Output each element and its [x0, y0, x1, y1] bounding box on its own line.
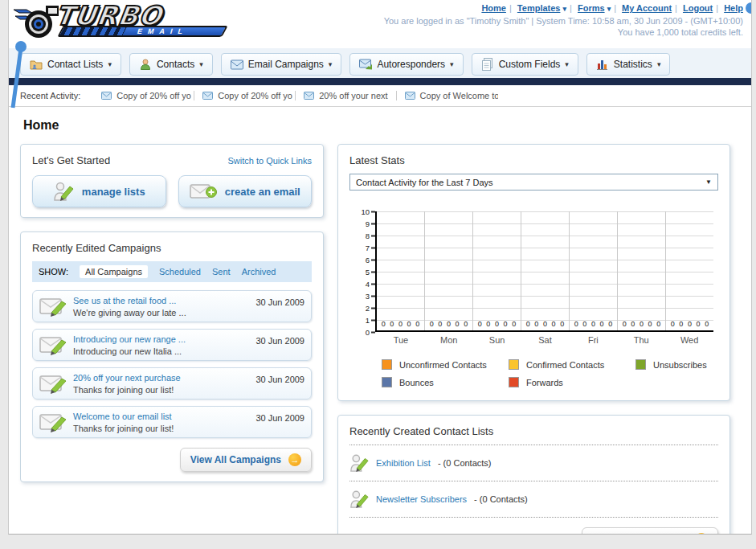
filter-sent[interactable]: Sent [212, 267, 231, 277]
view-all-campaigns-button[interactable]: View All Campaigns [180, 448, 312, 472]
chart-x-tick-label: Thu [617, 335, 665, 345]
contact-list-link[interactable]: Exhibition List [376, 458, 431, 468]
page-title: Home [23, 118, 730, 133]
nav-tab-autoresponders[interactable]: Autoresponders [349, 53, 463, 76]
recent-activity-item[interactable]: Copy of 20% off yo [93, 91, 194, 100]
latest-stats-title: Latest Stats [349, 154, 718, 166]
legend-item: Unsubscribes [635, 359, 713, 370]
filter-archived[interactable]: Archived [242, 267, 276, 277]
person-icon [139, 58, 152, 71]
dotted-divider [349, 517, 718, 518]
dropdown-arrow-icon[interactable] [563, 5, 567, 13]
campaign-row[interactable]: See us at the retail food ... We're givi… [32, 290, 312, 322]
utility-link-templates[interactable]: Templates [517, 3, 561, 13]
utility-link-home[interactable]: Home [481, 3, 506, 13]
logo-email-bar: EMAIL [57, 26, 227, 37]
nav-tab-label: Statistics [614, 59, 652, 70]
blue-pin-decoration [9, 39, 27, 109]
turbo-email-logo[interactable]: TURBO EMAIL [12, 2, 225, 43]
campaign-title-link[interactable]: Welcome to our email list [73, 412, 249, 421]
filter-scheduled[interactable]: Scheduled [159, 267, 201, 277]
navy-divider-bar [9, 78, 751, 85]
chart-day-group: 00000 [666, 211, 713, 330]
recent-activity-item[interactable]: 20% off your next [296, 91, 396, 100]
filter-all-campaigns[interactable]: All Campaigns [80, 265, 148, 278]
campaign-subtitle: We're giving away our late ... [73, 308, 249, 318]
envelope-pencil-icon [39, 411, 67, 433]
envelope-icon [101, 92, 112, 100]
chart-plot: 00000000000000000000000000000000000 [375, 211, 713, 332]
utility-link-help[interactable]: Help [724, 3, 743, 13]
turbocharger-icon [12, 2, 60, 43]
dropdown-arrow-icon [565, 60, 569, 68]
get-started-title: Let's Get Started [32, 154, 110, 166]
campaign-row[interactable]: 20% off your next purchase Thanks for jo… [32, 367, 312, 399]
address-book-icon [30, 58, 43, 71]
envelope-icon [304, 92, 314, 100]
nav-tab-custom-fields[interactable]: Custom Fields [472, 53, 578, 76]
legend-swatch [635, 359, 646, 370]
show-label: SHOW: [39, 267, 68, 277]
legend-item: Forwards [509, 377, 635, 387]
logo-subtitle: EMAIL [137, 27, 190, 35]
switch-quick-links-link[interactable]: Switch to Quick Links [227, 156, 312, 166]
envelope-pencil-icon [39, 295, 67, 318]
stats-range-dropdown[interactable]: Contact Activity for the Last 7 Days [349, 174, 718, 191]
document-icon [481, 58, 494, 71]
contact-list-row[interactable]: Newsletter Subscribers - (0 Contacts) [349, 489, 718, 510]
campaign-date: 30 Jun 2009 [255, 411, 304, 423]
utility-link-logout[interactable]: Logout [683, 3, 713, 13]
campaign-filter-bar: SHOW: All Campaigns Scheduled Sent Archi… [32, 261, 312, 282]
get-started-panel: Let's Get Started Switch to Quick Links [20, 144, 324, 218]
legend-swatch [382, 359, 392, 370]
utility-link-forms[interactable]: Forms [578, 3, 605, 13]
credits-info: You have 1,000 total credits left. [384, 27, 743, 37]
nav-tab-email-campaigns[interactable]: Email Campaigns [221, 53, 342, 76]
legend-item: Unconfirmed Contacts [382, 359, 509, 370]
dropdown-arrow-icon[interactable] [607, 5, 611, 13]
legend-swatch [509, 359, 519, 370]
campaign-title-link[interactable]: See us at the retail food ... [73, 296, 249, 305]
nav-tab-contact-lists[interactable]: Contact Lists [20, 53, 121, 76]
chart-day-group: 00000 [377, 211, 425, 330]
legend-swatch [382, 377, 392, 387]
chart-day-group: 00000 [570, 211, 618, 330]
envelope-icon [231, 59, 243, 70]
recent-contact-lists-panel: Recently Created Contact Lists Exhibitio… [337, 415, 730, 535]
chart-x-tick-label: Tue [377, 335, 425, 345]
logo-stripes [59, 27, 126, 35]
dropdown-arrow-icon [329, 60, 333, 68]
envelope-pencil-icon [39, 372, 67, 395]
utility-link-my-account[interactable]: My Account [622, 3, 672, 13]
contact-list-count: - (0 Contacts) [474, 494, 528, 504]
nav-tab-label: Autoresponders [377, 59, 445, 70]
nav-tab-contacts[interactable]: Contacts [129, 53, 213, 76]
latest-stats-panel: Latest Stats Contact Activity for the La… [337, 144, 730, 401]
nav-tab-statistics[interactable]: Statistics [586, 53, 671, 76]
nav-tab-label: Contact Lists [47, 59, 103, 70]
header: TURBO EMAIL Home| Templates | Forms | My… [9, 0, 751, 48]
chart-y-axis: 012345678910 [353, 211, 375, 332]
recent-activity-item[interactable]: Copy of 20% off yo [194, 91, 296, 100]
recent-campaigns-panel: Recently Edited Campaigns SHOW: All Camp… [20, 231, 324, 482]
campaign-title-link[interactable]: 20% off your next purchase [73, 373, 249, 383]
dropdown-arrow-icon [450, 60, 454, 68]
manage-lists-button[interactable]: manage lists [32, 175, 166, 207]
dotted-divider [349, 445, 718, 445]
contact-list-link[interactable]: Newsletter Subscribers [376, 494, 467, 504]
recent-activity-bar: Recent Activity: Copy of 20% off yo Copy… [9, 85, 751, 107]
utility-nav: Home| Templates | Forms | My Account| Lo… [384, 3, 743, 13]
contact-list-row[interactable]: Exhibition List - (0 Contacts) [349, 453, 718, 473]
create-email-button[interactable]: create an email [178, 175, 313, 207]
arrow-right-icon [695, 533, 708, 535]
recent-activity-item[interactable]: Copy of Welcome to [397, 91, 498, 100]
chart-x-tick-label: Sun [473, 335, 521, 345]
campaign-title-link[interactable]: Introducing our new range ... [73, 334, 249, 344]
campaign-row[interactable]: Welcome to our email list Thanks for joi… [32, 406, 312, 438]
page-sheet: TURBO EMAIL Home| Templates | Forms | My… [8, 0, 752, 535]
campaign-subtitle: Thanks for joining our list! [73, 424, 249, 433]
campaign-row[interactable]: Introducing our new range ... Introducin… [32, 329, 312, 361]
dropdown-arrow-icon [108, 60, 112, 68]
campaign-date: 30 Jun 2009 [255, 372, 304, 384]
see-all-contact-lists-button[interactable]: See All Contact Lists [582, 527, 718, 535]
